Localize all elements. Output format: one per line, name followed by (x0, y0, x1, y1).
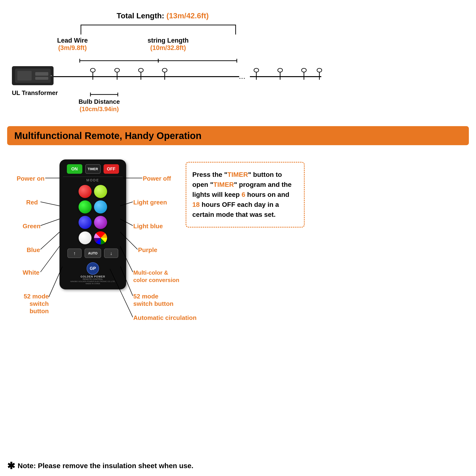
btn-light-blue[interactable] (94, 200, 107, 214)
svg-rect-7 (17, 71, 32, 81)
btn-light-green[interactable] (94, 185, 107, 198)
note-text: Note: Please remove the insulation sheet… (17, 462, 193, 470)
label-52-left: 52 modeswitch button (12, 293, 49, 315)
label-red: Red (26, 199, 38, 206)
bulb-distance-label: Bulb Distance (10cm/3.94in) (79, 98, 120, 113)
banner: Multifunctional Remote, Handy Operation (7, 126, 469, 145)
svg-line-36 (40, 246, 60, 272)
bulb-8 (317, 68, 323, 82)
svg-point-23 (302, 68, 306, 72)
transformer (12, 66, 53, 85)
svg-rect-8 (35, 72, 48, 76)
note-star: ✱ (7, 460, 15, 471)
label-purple: Purple (138, 246, 157, 254)
btn-purple[interactable] (94, 216, 107, 229)
svg-point-25 (317, 68, 322, 72)
svg-point-13 (115, 68, 119, 72)
timer-highlight-1: TIMER (227, 171, 248, 178)
wire-line-2 (250, 76, 321, 77)
label-52-right: 52 modeswitch button (133, 293, 173, 307)
label-multicolor: Multi-color &color conversion (133, 269, 179, 284)
total-length-brace (0, 21, 250, 36)
brand-area: GP GOLDEN POWER REMOTE CONTROL NINGBO GO… (70, 262, 115, 285)
total-length-label: Total Length: (13m/42.6ft) (117, 11, 209, 20)
wire-diagram: Total Length: (13m/42.6ft) Lead Wire (3m… (0, 7, 476, 126)
info-text: Press the "TIMER" button to open "TIMER"… (192, 170, 298, 220)
label-green: Green (23, 222, 40, 230)
svg-rect-9 (35, 77, 48, 80)
bulb-5 (254, 68, 259, 82)
brand-sub2: NINGBO GOLDEN POWER ELECTRONIC CO.,LTD. (70, 280, 115, 283)
remote-control: ON TIMER OFF MODE ↑ AUTO ↓ (60, 159, 126, 289)
label-light-green: Light green (133, 199, 167, 206)
remote-bottom-row: ↑ AUTO ↓ (67, 249, 118, 258)
svg-point-15 (138, 68, 143, 72)
btn-timer[interactable]: TIMER (85, 164, 101, 174)
remote-section: Power on Red Green Blue White 52 modeswi… (7, 148, 469, 433)
bulb-1 (90, 68, 96, 82)
bulb-2 (114, 68, 120, 82)
brand-sub: REMOTE CONTROL (83, 278, 103, 280)
label-power-off: Power off (143, 175, 171, 182)
wire-line (51, 76, 239, 77)
svg-line-33 (40, 202, 60, 206)
info-box: Press the "TIMER" button to open "TIMER"… (186, 162, 305, 227)
svg-text:GP: GP (89, 266, 96, 271)
brand-logo: GP (86, 262, 100, 275)
svg-point-11 (90, 68, 95, 72)
bulb-7 (301, 68, 307, 82)
timer-highlight-2: TIMER (213, 181, 234, 188)
bulb-4 (162, 68, 168, 82)
btn-red[interactable] (79, 185, 92, 198)
banner-text: Multifunctional Remote, Handy Operation (14, 130, 202, 141)
wire-dots: ··· (239, 75, 249, 78)
bulb-6 (277, 68, 283, 82)
hours-off: 18 (192, 201, 200, 208)
transformer-label: UL Transformer (12, 89, 58, 97)
svg-line-34 (40, 219, 60, 226)
btn-multicolor[interactable] (94, 231, 107, 244)
string-length-line (157, 58, 238, 63)
brand-sub3: MADE IN CHINA (86, 283, 100, 285)
mode-label: MODE (63, 177, 122, 182)
color-grid (79, 185, 107, 244)
label-white: White (23, 269, 39, 276)
label-auto: Automatic circulation (133, 314, 197, 322)
lead-wire-line (79, 58, 159, 63)
btn-white[interactable] (79, 231, 92, 244)
note-section: ✱ Note: Please remove the insulation she… (7, 460, 469, 471)
bulb-distance-line (89, 92, 119, 98)
btn-on[interactable]: ON (67, 164, 82, 174)
btn-blue[interactable] (79, 216, 92, 229)
bulb-3 (138, 68, 144, 82)
remote-top-row: ON TIMER OFF (67, 164, 119, 174)
hours-on: 6 (241, 191, 245, 198)
svg-point-19 (254, 68, 259, 72)
transformer-icon (14, 67, 52, 84)
string-length-label: string Length (10m/32.8ft) (148, 37, 188, 52)
brand-name: GOLDEN POWER (81, 275, 105, 278)
label-blue: Blue (27, 246, 40, 254)
svg-point-21 (278, 68, 283, 72)
svg-point-17 (162, 68, 167, 72)
btn-down[interactable]: ↓ (104, 249, 118, 258)
btn-off[interactable]: OFF (103, 164, 119, 174)
svg-line-35 (40, 232, 60, 249)
lead-wire-label: Lead Wire (3m/9.8ft) (57, 37, 88, 52)
label-light-blue: Light blue (133, 222, 163, 230)
label-power-on: Power on (17, 175, 45, 182)
btn-green[interactable] (79, 200, 92, 214)
btn-auto[interactable]: AUTO (85, 249, 101, 258)
btn-up[interactable]: ↑ (67, 249, 82, 258)
